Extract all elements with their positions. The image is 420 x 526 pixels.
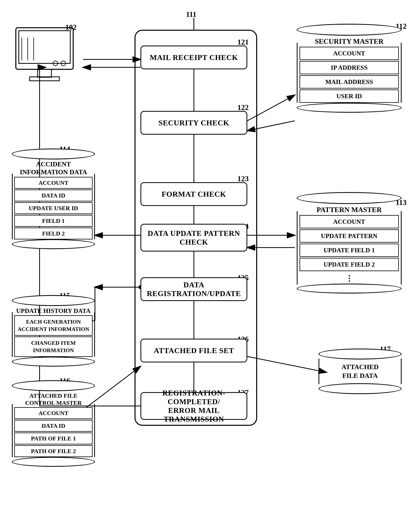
update-history-db: UPDATE HISTORY DATA EACH GENERATIONACCID… xyxy=(12,295,95,367)
pm-field-uf1: UPDATE FIELD 1 xyxy=(300,243,399,257)
sm-field-ip: IP ADDRESS xyxy=(300,61,399,74)
accident-info-db: ACCIDENT INFORMATION DATA ACCOUNT DATA I… xyxy=(12,149,95,249)
afc-field-path2: PATH OF FILE 2 xyxy=(14,445,93,457)
pm-ellipsis: ⋮ xyxy=(298,272,401,284)
afd-title: ATTACHED FILE DATA xyxy=(342,363,379,380)
uh-field-changed: CHANGED ITEMINFORMATION xyxy=(14,336,93,357)
attached-file-data-db: ATTACHED FILE DATA xyxy=(319,349,402,394)
sm-field-account: ACCOUNT xyxy=(300,47,399,60)
ai-field-account: ACCOUNT xyxy=(14,177,93,189)
sm-field-userid: USER ID xyxy=(300,90,399,103)
process-attached-file-set: ATTACHED FILE SET xyxy=(140,339,247,362)
pm-field-account: ACCOUNT xyxy=(300,215,399,228)
ref-123: 123 xyxy=(237,174,249,183)
process-format-check: FORMAT CHECK xyxy=(140,182,247,206)
svg-rect-22 xyxy=(38,69,51,77)
ai-field-f1: FIELD 1 xyxy=(14,215,93,227)
process-security-check: SECURITY CHECK xyxy=(140,111,247,135)
ai-field-dataid: DATA ID xyxy=(14,190,93,202)
afc-field-path1: PATH OF FILE 1 xyxy=(14,433,93,445)
afc-field-dataid: DATA ID xyxy=(14,420,93,432)
pm-field-pattern: UPDATE PATTERN xyxy=(300,229,399,243)
pm-field-uf2: UPDATE FIELD 2 xyxy=(300,258,399,271)
accident-info-title: ACCIDENT INFORMATION DATA xyxy=(12,161,95,176)
ref-111: 111 xyxy=(186,10,196,19)
ref-122: 122 xyxy=(237,103,249,112)
process-mail-receipt: MAIL RECEIPT CHECK xyxy=(140,46,247,69)
svg-line-15 xyxy=(247,356,326,372)
svg-rect-21 xyxy=(19,31,70,63)
process-registration-completed: REGISTRATION-COMPLETED/ ERROR MAIL TRANS… xyxy=(140,392,247,420)
security-master-db: SECURITY MASTER ACCOUNT IP ADDRESS MAIL … xyxy=(297,24,402,113)
ai-field-updateuserid: UPDATE USER ID xyxy=(14,202,93,214)
process-data-registration: DATA REGISTRATION/UPDATE xyxy=(140,277,247,301)
pattern-master-db: PATTERN MASTER ACCOUNT UPDATE PATTERN UP… xyxy=(297,192,402,293)
process-data-update-pattern: DATA UPDATE PATTERN CHECK xyxy=(140,224,247,252)
update-history-title: UPDATE HISTORY DATA xyxy=(12,307,95,314)
ai-field-f2: FIELD 2 xyxy=(14,228,93,239)
attached-file-control-db: ATTACHED FILE CONTROL MASTER ACCOUNT DAT… xyxy=(12,380,95,467)
computer-icon xyxy=(12,26,77,85)
sm-field-mail: MAIL ADDRESS xyxy=(300,75,399,89)
ref-121: 121 xyxy=(237,38,249,46)
diagram: 111 121 MAIL RECEIPT CHECK 122 SECURITY … xyxy=(0,0,420,526)
uh-field-gen: EACH GENERATIONACCIDENT INFORMATION xyxy=(14,315,93,336)
afc-field-account: ACCOUNT xyxy=(14,407,93,419)
